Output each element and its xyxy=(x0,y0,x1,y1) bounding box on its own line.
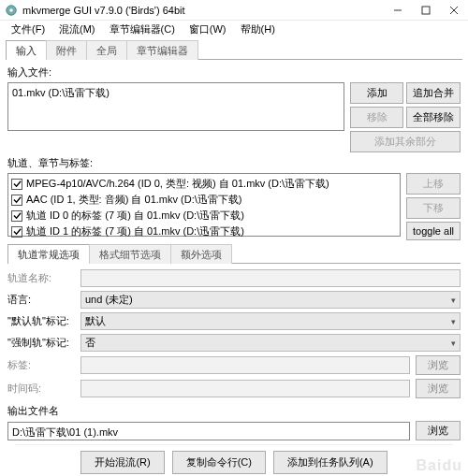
menu-file[interactable]: 文件(F) xyxy=(6,22,51,37)
subtab-format[interactable]: 格式细节选项 xyxy=(89,244,171,264)
maximize-button[interactable] xyxy=(412,0,440,21)
chevron-down-icon: ▾ xyxy=(451,339,456,348)
default-flag-label: "默认轨"标记: xyxy=(7,314,75,328)
move-up-button[interactable]: 上移 xyxy=(406,173,461,195)
window-title: mkvmerge GUI v7.9.0 ('Birds') 64bit xyxy=(22,5,384,16)
chevron-down-icon: ▾ xyxy=(451,296,456,305)
add-queue-button[interactable]: 添加到任务队列(A) xyxy=(273,451,388,474)
tracks-list[interactable]: MPEG-4p10/AVC/h.264 (ID 0, 类型: 视频) 自 01.… xyxy=(7,173,401,237)
tracks-label: 轨道、章节与标签: xyxy=(7,156,461,170)
tab-attach[interactable]: 附件 xyxy=(46,40,87,60)
subtab-extra[interactable]: 额外选项 xyxy=(170,244,232,264)
menu-help[interactable]: 帮助(H) xyxy=(235,22,281,37)
add-button[interactable]: 添加 xyxy=(350,82,403,104)
timecodes-input[interactable] xyxy=(80,380,410,397)
checkbox-icon[interactable] xyxy=(11,226,22,238)
track-item[interactable]: 轨道 ID 0 的标签 (7 项) 自 01.mkv (D:\迅雷下载) xyxy=(11,208,397,224)
timecodes-browse-button[interactable]: 浏览 xyxy=(416,379,461,398)
output-label: 输出文件名 xyxy=(7,404,461,418)
default-flag-select[interactable]: 默认▾ xyxy=(80,312,461,330)
forced-flag-select[interactable]: 否▾ xyxy=(80,334,461,352)
subtab-general[interactable]: 轨道常规选项 xyxy=(7,244,90,264)
track-item[interactable]: MPEG-4p10/AVC/h.264 (ID 0, 类型: 视频) 自 01.… xyxy=(11,176,397,192)
move-down-button[interactable]: 下移 xyxy=(406,197,461,219)
copy-cmd-button[interactable]: 复制命令行(C) xyxy=(172,451,266,474)
output-browse-button[interactable]: 浏览 xyxy=(416,421,461,440)
output-path-input[interactable]: D:\迅雷下载\01 (1).mkv xyxy=(7,422,410,440)
tab-global[interactable]: 全局 xyxy=(86,40,127,60)
toggle-all-button[interactable]: toggle all xyxy=(406,222,461,240)
chevron-down-icon: ▾ xyxy=(451,317,456,326)
checkbox-icon[interactable] xyxy=(11,179,22,190)
minimize-button[interactable] xyxy=(384,0,412,21)
track-item[interactable]: 轨道 ID 1 的标签 (7 项) 自 01.mkv (D:\迅雷下载) xyxy=(11,224,397,239)
track-name-input[interactable] xyxy=(80,269,461,287)
tags-browse-button[interactable]: 浏览 xyxy=(416,355,461,375)
menu-window[interactable]: 窗口(W) xyxy=(183,22,232,37)
svg-rect-3 xyxy=(422,7,430,14)
app-icon xyxy=(5,4,18,17)
svg-point-1 xyxy=(9,8,13,12)
tags-label: 标签: xyxy=(7,358,75,372)
add-rest-button[interactable]: 添加其余部分 xyxy=(350,131,461,152)
track-item[interactable]: AAC (ID 1, 类型: 音频) 自 01.mkv (D:\迅雷下载) xyxy=(11,192,397,208)
language-label: 语言: xyxy=(7,293,75,307)
tags-input[interactable] xyxy=(80,356,410,374)
input-files-label: 输入文件: xyxy=(7,65,461,79)
start-mux-button[interactable]: 开始混流(R) xyxy=(80,451,164,474)
menu-mux[interactable]: 混流(M) xyxy=(53,22,101,37)
forced-flag-label: "强制轨"标记: xyxy=(7,336,75,350)
remove-button[interactable]: 移除 xyxy=(350,107,403,128)
tab-chapter[interactable]: 章节编辑器 xyxy=(126,40,198,60)
checkbox-icon[interactable] xyxy=(11,195,22,206)
timecodes-label: 时间码: xyxy=(7,382,75,396)
close-button[interactable] xyxy=(440,0,468,21)
input-file-item[interactable]: 01.mkv (D:\迅雷下载) xyxy=(12,86,340,100)
input-files-list[interactable]: 01.mkv (D:\迅雷下载) xyxy=(7,82,344,131)
checkbox-icon[interactable] xyxy=(11,210,22,222)
menu-chapter[interactable]: 章节编辑器(C) xyxy=(104,22,181,37)
remove-all-button[interactable]: 全部移除 xyxy=(406,107,461,128)
tab-input[interactable]: 输入 xyxy=(6,40,47,60)
track-name-label: 轨道名称: xyxy=(7,271,75,285)
language-select[interactable]: und (未定)▾ xyxy=(80,291,461,309)
append-button[interactable]: 追加合并 xyxy=(406,82,461,104)
